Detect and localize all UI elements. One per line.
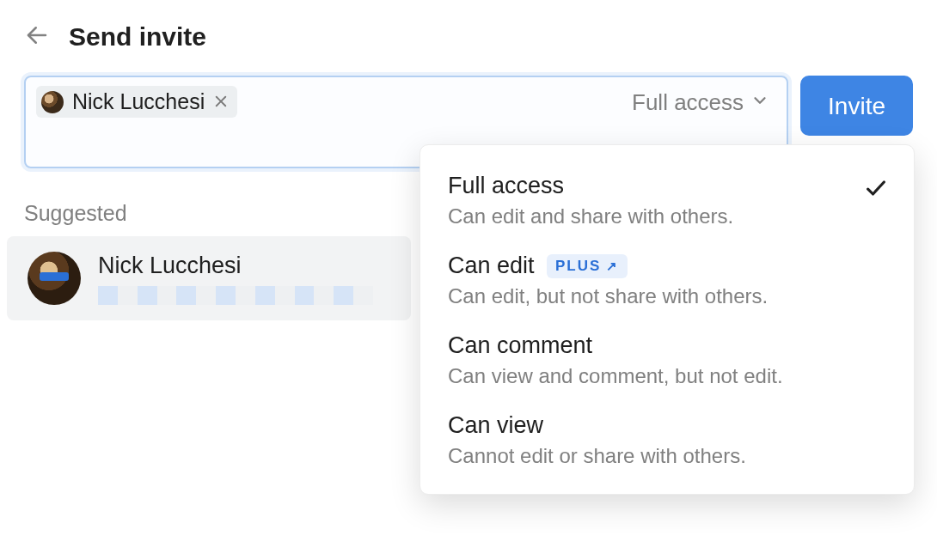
chevron-down-icon [750,89,769,116]
header: Send invite [0,0,937,60]
check-icon [864,176,888,204]
access-option-can-view[interactable]: Can view Cannot edit or share with other… [427,402,907,482]
remove-chip-icon[interactable] [213,90,229,114]
invitee-chip[interactable]: Nick Lucchesi [36,86,237,118]
access-option-full-access[interactable]: Full access Can edit and share with othe… [427,162,907,242]
suggested-item[interactable]: Nick Lucchesi [7,236,411,320]
suggested-item-text: Nick Lucchesi [98,253,373,305]
option-title: Can comment [448,332,592,358]
chip-area: Nick Lucchesi [36,86,237,118]
option-desc: Can edit and share with others. [448,204,886,228]
page-title: Send invite [69,22,206,52]
suggested-item-email-redacted [98,286,373,305]
option-title: Can edit [448,253,535,278]
access-level-label: Full access [632,89,744,116]
back-arrow-icon[interactable] [24,22,50,52]
invite-button[interactable]: Invite [800,76,913,136]
suggested-item-name: Nick Lucchesi [98,253,373,279]
access-option-can-comment[interactable]: Can comment Can view and comment, but no… [427,322,907,402]
option-desc: Can view and comment, but not edit. [448,364,886,388]
option-desc: Can edit, but not share with others. [448,284,886,308]
access-option-can-edit[interactable]: Can edit PLUS ↗ Can edit, but not share … [427,242,907,322]
access-level-select[interactable]: Full access [625,86,776,119]
plus-badge[interactable]: PLUS ↗ [547,254,628,278]
avatar [28,252,81,305]
avatar [41,91,64,113]
external-link-icon: ↗ [606,259,619,274]
plus-badge-label: PLUS [555,258,601,275]
option-title: Can view [448,412,543,438]
chip-name: Nick Lucchesi [72,89,205,114]
access-level-dropdown: Full access Can edit and share with othe… [420,144,915,495]
option-title: Full access [448,173,564,198]
option-desc: Cannot edit or share with others. [448,444,886,468]
